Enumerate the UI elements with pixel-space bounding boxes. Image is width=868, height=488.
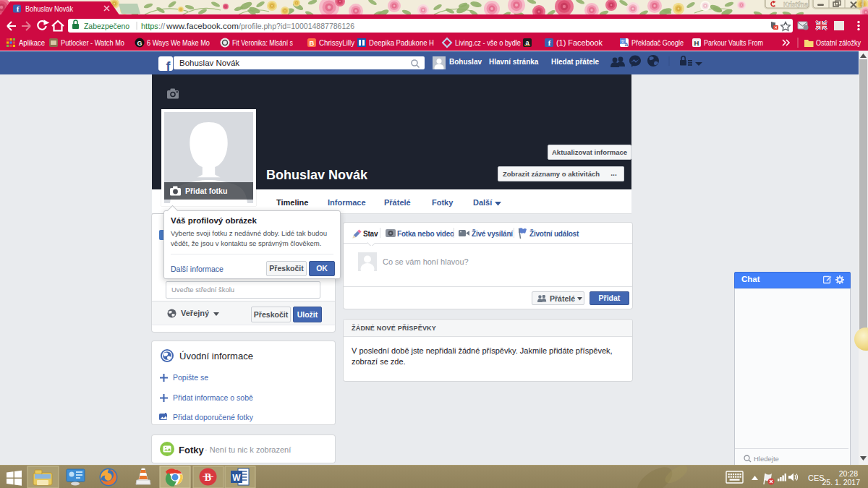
svg-text:f: f xyxy=(548,38,551,47)
svg-text:Deepika Padukone H: Deepika Padukone H xyxy=(369,38,434,47)
svg-text:Zabezpečeno: Zabezpečeno xyxy=(84,22,129,30)
svg-text:Bohuslav Novák: Bohuslav Novák xyxy=(25,4,73,13)
svg-text:6 Ways We Make Mo: 6 Ways We Make Mo xyxy=(147,38,210,47)
svg-text:f: f xyxy=(166,59,171,74)
svg-text:A: A xyxy=(624,42,628,47)
svg-text:/profile.php?id=10001488778612: /profile.php?id=100014887786126 xyxy=(239,22,354,30)
svg-text:Aplikace: Aplikace xyxy=(19,38,45,47)
svg-text:Ostatní záložky: Ostatní záložky xyxy=(816,38,861,47)
svg-text:Putlocker - Watch Mo: Putlocker - Watch Mo xyxy=(61,38,124,47)
svg-text:Kristýna: Kristýna xyxy=(783,1,808,8)
svg-text:Překladač Google: Překladač Google xyxy=(631,38,684,47)
svg-text:B: B xyxy=(310,39,315,47)
svg-text:www.facebook.com: www.facebook.com xyxy=(166,22,239,30)
svg-text:f: f xyxy=(17,4,20,13)
svg-text:G: G xyxy=(137,40,142,47)
svg-text:https: https xyxy=(141,22,158,30)
svg-text:B: B xyxy=(205,472,211,483)
svg-text:(1) Facebook: (1) Facebook xyxy=(556,38,603,47)
svg-text:Living.cz - vše o bydle: Living.cz - vše o bydle xyxy=(455,38,521,47)
svg-text:20:28: 20:28 xyxy=(839,469,858,478)
svg-text:Parkour Vaults From: Parkour Vaults From xyxy=(704,38,763,47)
svg-text:Fit Veronika: Mlsání s: Fit Veronika: Mlsání s xyxy=(232,38,293,47)
svg-text:25. 1. 2017: 25. 1. 2017 xyxy=(822,478,860,487)
svg-text:ChrissyLilly: ChrissyLilly xyxy=(319,38,354,47)
svg-text:H: H xyxy=(694,39,699,47)
svg-text:W: W xyxy=(232,473,241,483)
svg-text:://: :// xyxy=(158,22,166,30)
